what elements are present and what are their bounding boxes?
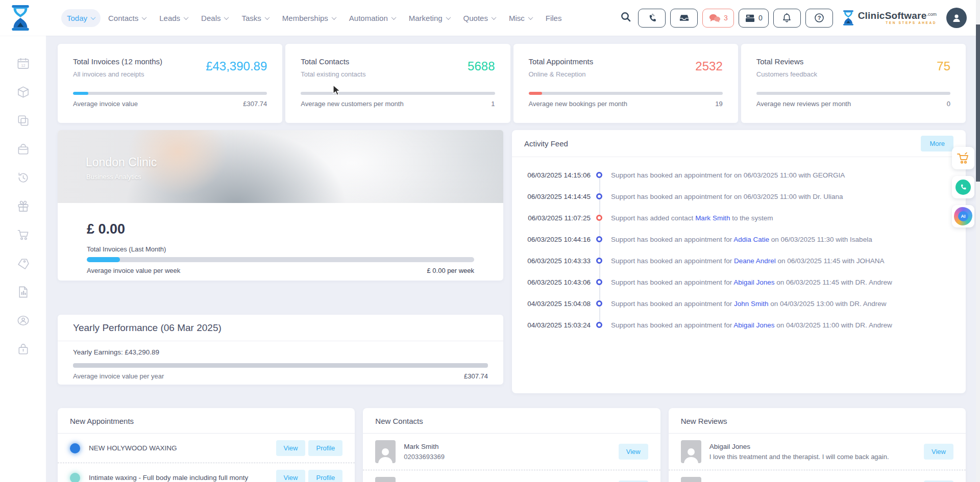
main-content: Total Invoices (12 months) All invoices …	[46, 36, 980, 482]
nav-leads[interactable]: Leads	[154, 9, 193, 27]
activity-time: 06/03/2025 10:44:16	[524, 236, 591, 243]
copy-icon[interactable]	[16, 113, 31, 128]
phone-call-button[interactable]	[638, 9, 666, 28]
appointment-row: NEW HOLYWOOD WAXING View Profile	[58, 434, 355, 463]
stat-footer-label: Average new reviews per month	[756, 100, 851, 108]
user-avatar-icon	[951, 12, 962, 23]
chat-button[interactable]: 3	[702, 9, 734, 28]
price-tag-icon[interactable]	[16, 256, 31, 271]
profile-button[interactable]: Profile	[308, 470, 342, 482]
event-dot-icon	[596, 236, 602, 242]
reviewer-avatar	[681, 477, 701, 482]
top-bar: Today Contacts Leads Deals Tasks Members…	[0, 0, 980, 36]
nav-label: Memberships	[282, 14, 328, 22]
view-button[interactable]: View	[276, 470, 306, 482]
activity-item: 06/03/2025 10:43:33 Support has booked a…	[512, 250, 966, 271]
view-button[interactable]: View	[619, 444, 648, 460]
nav-contacts[interactable]: Contacts	[103, 9, 152, 27]
panel-title: New Appointments	[58, 408, 355, 434]
contact-link[interactable]: Mark Smith	[695, 214, 730, 222]
yearly-performance-card: Yearly Performance (06 Mar 2025) Yearly …	[58, 315, 503, 385]
clinic-name: London Clinic	[86, 156, 157, 169]
package-icon[interactable]	[16, 85, 31, 99]
contact-link[interactable]: John Smith	[734, 300, 769, 308]
stat-footer-value: 1	[491, 100, 495, 108]
chevron-down-icon	[142, 15, 147, 20]
nav-label: Tasks	[241, 14, 261, 22]
user-avatar[interactable]	[946, 8, 967, 28]
nav-label: Deals	[201, 14, 220, 22]
bag-icon[interactable]	[16, 142, 31, 157]
history-icon[interactable]	[16, 170, 31, 185]
new-reviews-panel: New Reviews Abigail Jones I love this tr…	[669, 408, 966, 482]
lock-icon[interactable]	[16, 342, 31, 357]
nav-quotes[interactable]: Quotes	[458, 9, 501, 27]
nav-memberships[interactable]: Memberships	[277, 9, 341, 27]
phone-call-icon	[647, 13, 657, 23]
clinic-tagline: Business Analytics	[86, 173, 141, 181]
activity-time: 06/03/2025 11:07:25	[524, 214, 591, 222]
chevron-down-icon	[264, 15, 270, 20]
nav-tasks[interactable]: Tasks	[236, 9, 274, 27]
nav-misc[interactable]: Misc	[503, 9, 538, 27]
nav-label: Quotes	[463, 14, 488, 22]
appointment-color-dot-icon	[70, 473, 80, 482]
ai-assistant-button[interactable]: AI	[952, 205, 974, 227]
nav-marketing[interactable]: Marketing	[403, 9, 456, 27]
progress-fill	[529, 92, 543, 95]
pos-terminal-button[interactable]: 0	[739, 9, 769, 28]
contact-avatar	[375, 477, 396, 482]
view-button[interactable]: View	[924, 444, 953, 460]
more-button[interactable]: More	[921, 136, 953, 151]
stat-card-total-invoices: Total Invoices (12 months) All invoices …	[58, 44, 282, 123]
activity-item: 04/03/2025 15:03:24 Support has booked a…	[512, 314, 966, 336]
gift-icon[interactable]	[16, 199, 31, 214]
search-icon[interactable]	[620, 11, 631, 24]
notifications-button[interactable]	[773, 9, 801, 28]
calendar-icon[interactable]: 12	[16, 56, 31, 71]
review-row: Abigail Jones I love this treatment and …	[669, 434, 966, 470]
activity-text: Support has booked an appointment for De…	[611, 257, 885, 265]
inbox-button[interactable]	[670, 9, 698, 28]
appointment-color-dot-icon	[70, 443, 80, 453]
new-appointments-panel: New Appointments NEW HOLYWOOD WAXING Vie…	[58, 408, 355, 482]
report-icon[interactable]	[16, 285, 31, 299]
cart-icon	[957, 152, 970, 164]
profile-button[interactable]: Profile	[308, 440, 342, 456]
brand-tagline: TEN STEPS AHEAD	[858, 21, 937, 25]
view-button[interactable]: View	[276, 440, 306, 456]
account-icon[interactable]	[16, 313, 31, 328]
activity-item: 06/03/2025 14:15:06 Support has booked a…	[512, 164, 966, 186]
quick-shop-button[interactable]	[952, 147, 974, 169]
contact-phone: 02033693369	[404, 453, 615, 461]
contact-link[interactable]: Addia Catie	[733, 236, 769, 243]
nav-files[interactable]: Files	[540, 9, 568, 27]
contact-row: Mark Smith 02033693369 View	[363, 434, 660, 470]
stat-card-total-contacts: Total Contacts Total existing contacts 5…	[285, 44, 510, 123]
contact-link[interactable]: Abigail Jones	[733, 278, 774, 286]
scrollbar-thumb[interactable]	[976, 24, 980, 182]
stat-footer-label: Average new bookings per month	[529, 100, 627, 108]
stat-card-total-reviews: Total Reviews Customers feedback 75 Aver…	[741, 44, 966, 123]
nav-today[interactable]: Today	[61, 9, 101, 27]
chevron-down-icon	[492, 15, 497, 20]
nav-label: Leads	[159, 14, 180, 22]
contact-link[interactable]: Deane Andrel	[734, 257, 776, 265]
stat-footer-label: Average invoice value	[73, 100, 138, 108]
stat-value: 5688	[468, 59, 495, 73]
progress-bar	[87, 257, 474, 262]
progress-fill	[87, 257, 120, 262]
contact-link[interactable]: Abigail Jones	[733, 321, 774, 329]
nav-deals[interactable]: Deals	[195, 9, 234, 27]
inbox-icon	[679, 13, 690, 23]
nav-automation[interactable]: Automation	[344, 9, 401, 27]
clinic-footer-label: Average invoice value per week	[87, 267, 180, 274]
cart-icon[interactable]	[16, 227, 31, 242]
review-row: Marcia Navarro Brooks View	[669, 470, 966, 482]
help-button[interactable]: ?	[805, 9, 833, 28]
panel-title: New Reviews	[669, 408, 966, 434]
activity-item: 06/03/2025 10:43:06 Support has booked a…	[512, 271, 966, 293]
activity-item: 06/03/2025 14:14:45 Support has booked a…	[512, 186, 966, 207]
chevron-down-icon	[331, 15, 336, 20]
call-support-button[interactable]	[952, 176, 974, 198]
